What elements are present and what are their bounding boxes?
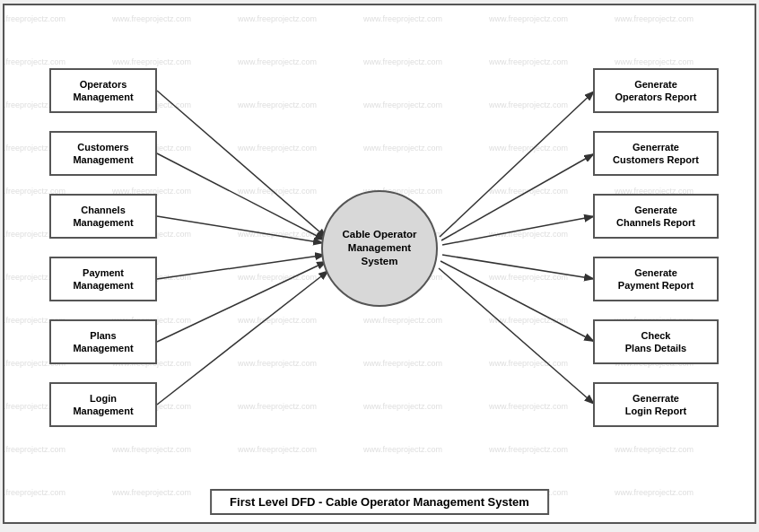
svg-line-6 <box>157 261 327 342</box>
main-container: (function(){ var texts = []; for(var row… <box>3 4 756 524</box>
box-gen-payment-report: GeneratePayment Report <box>593 257 719 301</box>
center-circle: Cable OperatorManagementSystem <box>321 190 438 307</box>
box-gen-login-report: GenerrateLogin Report <box>593 382 719 427</box>
box-gen-customers-report: GenerrateCustomers Report <box>593 131 719 176</box>
box-check-plans: CheckPlans Details <box>593 319 719 364</box>
svg-line-3 <box>157 153 326 240</box>
box-channels-mgmt: ChannelsManagement <box>49 194 157 239</box>
svg-line-9 <box>441 153 595 240</box>
svg-line-11 <box>442 255 595 279</box>
svg-line-5 <box>157 255 326 279</box>
diagram: Cable OperatorManagementSystem Operators… <box>13 14 746 482</box>
caption: First Level DFD - Cable Operator Managem… <box>210 489 549 515</box>
box-gen-operators-report: GenerateOperators Report <box>593 68 719 113</box>
svg-line-10 <box>442 216 595 245</box>
box-login-mgmt: LoginManagement <box>49 382 157 427</box>
box-plans-mgmt: PlansManagement <box>49 319 157 364</box>
svg-line-2 <box>157 91 327 239</box>
box-operators-mgmt: Operators Management <box>49 68 157 113</box>
svg-line-12 <box>441 261 595 342</box>
svg-line-13 <box>439 268 595 405</box>
box-customers-mgmt: CustomersManagement <box>49 131 157 176</box>
svg-line-4 <box>157 216 324 243</box>
box-gen-channels-report: GenerateChannels Report <box>593 194 719 239</box>
box-payment-mgmt: PaymentManagement <box>49 257 157 301</box>
svg-line-7 <box>157 270 329 405</box>
center-label: Cable OperatorManagementSystem <box>342 228 416 268</box>
svg-line-8 <box>440 91 595 237</box>
